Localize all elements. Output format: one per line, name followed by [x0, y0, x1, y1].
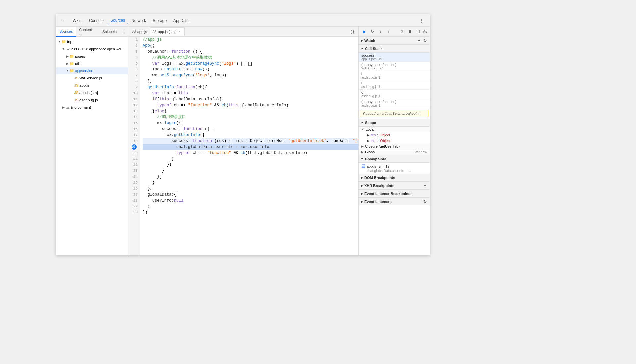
editor-tab-appjs[interactable]: JS app.js: [130, 27, 150, 36]
scope-res-sep: :: [377, 133, 378, 137]
nav-appdata[interactable]: AppData: [171, 17, 191, 24]
tree-item-utils[interactable]: ▶ 📁 utils: [56, 60, 128, 67]
resume-button[interactable]: ▶: [361, 28, 368, 35]
nav-sources[interactable]: Sources: [108, 17, 128, 24]
scope-global-header[interactable]: ▶ Global Window: [359, 149, 430, 155]
step-into-button[interactable]: ↓: [377, 28, 384, 35]
tree-item-asdebug[interactable]: JS asdebug.js: [56, 96, 128, 104]
code-line-16: success: function () {: [143, 126, 358, 132]
editor-tab-appjssm[interactable]: JS app.js [sm] ×: [150, 27, 185, 36]
scope-local-header[interactable]: ▼ Local: [359, 127, 430, 132]
tab-sources[interactable]: Sources: [56, 27, 76, 37]
breakpoint-file: app.js [sm]:19: [367, 164, 389, 168]
tree-label-appservice: appservice: [75, 69, 93, 73]
ln-28: 28: [128, 198, 140, 204]
pause-exceptions-button[interactable]: ⏸: [406, 28, 414, 35]
xhr-breakpoints-header[interactable]: ▶ XHR Breakpoints +: [359, 182, 430, 190]
dom-breakpoints-header[interactable]: ▶ DOM Breakpoints: [359, 174, 430, 182]
tree-item-waservice[interactable]: JS WAService.js: [56, 74, 128, 82]
code-line-6: logs.unshift(Date.now()): [143, 67, 358, 72]
callstack-name-2: i: [361, 72, 427, 76]
code-line-30: }): [143, 209, 358, 215]
arrow-waservice: [70, 76, 74, 80]
scope-res-item[interactable]: ▶ res : Object: [359, 132, 430, 138]
tree-item-cloud[interactable]: ▼ ☁ 239393028.appservice.open.wei...: [56, 45, 128, 53]
tab-content[interactable]: Content ...: [76, 27, 99, 37]
tree-item-pages[interactable]: ▶ 📁 pages: [56, 53, 128, 60]
ln-19-breakpoint[interactable]: 19: [132, 144, 137, 150]
callstack-content: success app.js [sm]:19 (anonymous functi…: [359, 53, 430, 119]
code-line-21: }: [143, 156, 358, 162]
scope-res-key: res: [371, 133, 376, 137]
scope-header[interactable]: ▼ Scope: [359, 119, 430, 127]
tree-item-top[interactable]: ▼ 📁 top: [56, 38, 128, 45]
tree-item-nodomain[interactable]: ▶ ☁ (no domain): [56, 104, 128, 111]
arrow-utils: ▶: [65, 62, 69, 66]
callstack-file-4: asdebug.js:1: [361, 94, 427, 98]
format-button[interactable]: { }: [348, 27, 357, 36]
event-listener-bp-header[interactable]: ▶ Event Listener Breakpoints: [359, 190, 430, 198]
watch-refresh-button[interactable]: ↻: [422, 38, 428, 43]
callstack-item-0[interactable]: success app.js [sm]:19: [359, 53, 430, 62]
callstack-item-3[interactable]: i asdebug.js:1: [359, 80, 430, 90]
step-over-button[interactable]: ↻: [369, 28, 376, 35]
code-line-9: getUserInfo:function(cb){: [143, 84, 358, 90]
tree-item-appjs[interactable]: JS app.js: [56, 82, 128, 89]
callstack-item-1[interactable]: (anonymous function) WAService.js:1: [359, 62, 430, 71]
event-listeners-refresh-button[interactable]: ↻: [422, 199, 428, 204]
close-tab-button[interactable]: ×: [177, 29, 182, 34]
nav-wxml[interactable]: Wxml: [70, 17, 85, 24]
code-line-22: }): [143, 162, 358, 168]
ln-10: 10: [128, 90, 140, 96]
event-listener-bp-arrow: ▶: [361, 192, 363, 195]
scope-closure-label: Closure (getUserInfo): [365, 144, 400, 148]
scope-closure-header[interactable]: ▶ Closure (getUserInfo): [359, 144, 430, 149]
nav-console[interactable]: Console: [86, 17, 106, 24]
breakpoints-header[interactable]: ▼ Breakpoints: [359, 155, 430, 163]
deactivate-button[interactable]: ⊘: [398, 28, 406, 35]
scope-label: Scope: [365, 121, 376, 125]
step-out-button[interactable]: ↑: [385, 28, 392, 35]
tree-item-appjssm[interactable]: JS app.js [sm]: [56, 89, 128, 96]
code-line-27: globalData:{: [143, 192, 358, 198]
code-area[interactable]: 1 2 3 4 5 6 7 8 9 10 11 12 13 14 15 16 1: [128, 37, 358, 255]
checkbox-async[interactable]: ☐: [414, 28, 422, 35]
callstack-item-2[interactable]: i asdebug.js:1: [359, 71, 430, 80]
callstack-item-5[interactable]: (anonymous function) asdebug.js:1: [359, 99, 430, 108]
scope-this-item[interactable]: ▶ this : Object: [359, 138, 430, 144]
async-label: As: [422, 28, 428, 35]
js-icon-appjs: JS: [74, 83, 79, 88]
back-button[interactable]: ←: [59, 16, 69, 25]
nav-storage[interactable]: Storage: [150, 17, 169, 24]
tab-snippets[interactable]: Snippets: [99, 27, 120, 37]
callstack-header[interactable]: ▼ Call Stack: [359, 45, 430, 53]
watch-header[interactable]: ▶ Watch + ↻: [359, 37, 430, 45]
arrow-appjs: [70, 83, 74, 87]
callstack-file-2: asdebug.js:1: [361, 76, 427, 79]
right-panel: ▶ ↻ ↓ ↑ ⊘ ⏸ ☐ As ▶ Watch + ↻: [358, 27, 430, 255]
nav-network[interactable]: Network: [129, 17, 149, 24]
code-line-13: }else{: [143, 108, 358, 114]
event-listeners-header[interactable]: ▶ Event Listeners ↻: [359, 198, 430, 205]
ln-2: 2: [128, 43, 140, 49]
more-button[interactable]: ⋮: [417, 16, 426, 25]
tab-more[interactable]: ⋮: [120, 29, 128, 34]
code-line-29: }: [143, 204, 358, 209]
arrow-nodomain: ▶: [61, 105, 65, 109]
code-line-2: App({: [143, 43, 358, 49]
xhr-bp-add-button[interactable]: +: [422, 183, 428, 188]
breakpoint-checkbox[interactable]: ☑: [361, 164, 365, 169]
breakpoint-code: that.globalData.userInfo = ...: [361, 169, 427, 173]
ln-27: 27: [128, 192, 140, 198]
code-line-17: wx.getUserInfo({: [143, 132, 358, 138]
breakpoint-item-0[interactable]: ☑ app.js [sm]:19 that.globalData.userInf…: [359, 163, 430, 174]
code-line-25: }: [143, 180, 358, 186]
ln-24: 24: [128, 174, 140, 180]
scope-this-key: this: [371, 139, 376, 143]
tree-item-appservice[interactable]: ▼ 📁 appservice: [56, 67, 128, 74]
scope-global-label: Global: [365, 150, 376, 154]
callstack-item-4[interactable]: d asdebug.js:1: [359, 90, 430, 99]
arrow-icon: ▼: [57, 40, 61, 44]
watch-add-button[interactable]: +: [416, 38, 422, 43]
tree-label-pages: pages: [75, 54, 85, 58]
